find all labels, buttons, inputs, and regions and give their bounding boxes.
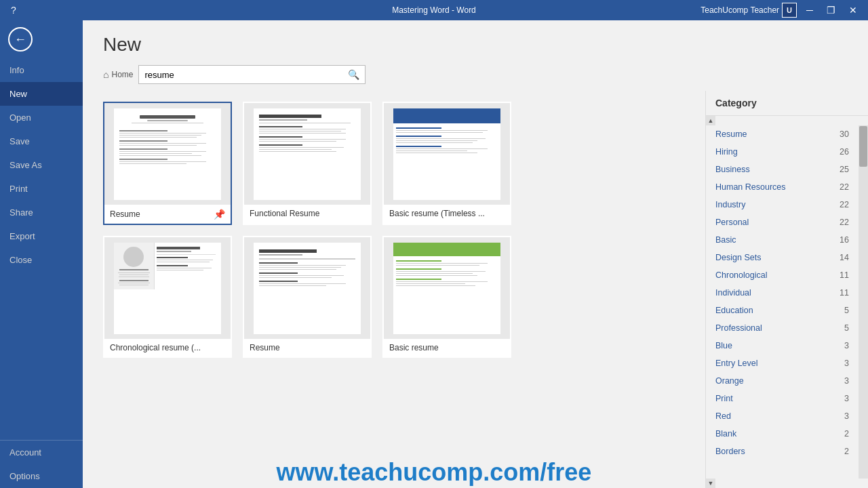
sidebar-nav: Info New Open Save Save As Print Share E… — [0, 58, 83, 488]
category-panel-inner: ▲ Resume30Hiring26Business25Human Resour… — [706, 116, 868, 488]
app-title: Mastering Word - Word — [392, 5, 476, 15]
template-label-1: Resume 📌 — [104, 205, 231, 224]
back-button[interactable]: ← — [0, 20, 83, 58]
window-controls: TeachUcomp Teacher U ─ ❐ ✕ — [701, 3, 861, 18]
template-label-4: Chronological resume (... — [104, 339, 231, 357]
minimize-button[interactable]: ─ — [802, 3, 817, 17]
title-bar-help[interactable]: ? — [7, 3, 20, 17]
templates-grid: Resume 📌 — [103, 102, 685, 358]
pin-icon-1: 📌 — [214, 209, 225, 220]
template-label-5: Resume — [244, 339, 370, 357]
sidebar-item-save-as[interactable]: Save As — [0, 153, 83, 177]
search-button[interactable]: 🔍 — [342, 66, 365, 83]
template-thumb-5 — [244, 237, 370, 339]
sidebar: ← Info New Open Save Save As Print S — [0, 20, 83, 488]
sidebar-item-close[interactable]: Close — [0, 248, 83, 272]
category-item[interactable]: Personal22 — [706, 214, 859, 231]
category-item[interactable]: Individual11 — [706, 284, 859, 302]
back-circle[interactable]: ← — [8, 27, 33, 52]
category-item[interactable]: Chronological11 — [706, 266, 859, 284]
home-link[interactable]: ⌂ Home — [103, 69, 133, 80]
templates-area: Resume 📌 — [83, 91, 868, 488]
template-label-6: Basic resume — [384, 339, 510, 357]
template-thumb-3 — [384, 103, 510, 205]
title-bar: ? Mastering Word - Word TeachUcomp Teach… — [0, 0, 868, 20]
template-label-2: Functional Resume — [244, 205, 370, 222]
content-header: New ⌂ Home 🔍 — [83, 20, 868, 91]
category-item[interactable]: Entry Level3 — [706, 354, 859, 372]
user-info: TeachUcomp Teacher U — [701, 3, 797, 18]
back-arrow-icon: ← — [14, 33, 26, 47]
sidebar-item-options[interactable]: Options — [0, 464, 83, 488]
template-label-3: Basic resume (Timeless ... — [384, 205, 510, 222]
sidebar-item-export[interactable]: Export — [0, 224, 83, 248]
template-thumb-6 — [384, 237, 510, 339]
category-item[interactable]: Business25 — [706, 161, 859, 178]
template-thumb-4 — [104, 237, 231, 339]
templates-grid-wrap: Resume 📌 — [83, 91, 705, 488]
user-avatar: U — [782, 3, 797, 18]
category-scroll-wrap: Resume30Hiring26Business25Human Resource… — [706, 125, 868, 479]
sidebar-item-share[interactable]: Share — [0, 201, 83, 224]
home-icon: ⌂ — [103, 69, 108, 80]
sidebar-item-print[interactable]: Print — [0, 177, 83, 201]
close-button[interactable]: ✕ — [845, 3, 861, 17]
page-title: New — [103, 34, 848, 56]
category-item[interactable]: Design Sets14 — [706, 249, 859, 266]
category-item[interactable]: Resume30 — [706, 125, 859, 143]
template-card-2[interactable]: Functional Resume — [243, 102, 372, 225]
main-content: New ⌂ Home 🔍 — [83, 20, 868, 488]
category-item[interactable]: Print3 — [706, 390, 859, 407]
template-card-1[interactable]: Resume 📌 — [103, 102, 232, 225]
category-header: Category — [706, 91, 868, 116]
app-body: ← Info New Open Save Save As Print S — [0, 20, 868, 488]
restore-button[interactable]: ❐ — [823, 3, 840, 17]
template-card-3[interactable]: Basic resume (Timeless ... — [382, 102, 511, 225]
category-panel: Category ▲ Resume30Hiring26Business25Hum… — [705, 91, 868, 488]
scroll-thumb[interactable] — [859, 126, 867, 167]
template-card-4[interactable]: Chronological resume (... — [103, 236, 232, 358]
scroll-down-arrow[interactable]: ▼ — [706, 479, 715, 488]
category-item[interactable]: Blank2 — [706, 425, 859, 443]
sidebar-item-account[interactable]: Account — [0, 441, 83, 464]
category-item[interactable]: Hiring26 — [706, 143, 859, 161]
scroll-track — [859, 125, 868, 479]
home-label: Home — [111, 70, 133, 79]
template-thumb-1 — [104, 103, 231, 205]
sidebar-item-save[interactable]: Save — [0, 129, 83, 153]
search-bar: ⌂ Home 🔍 — [103, 65, 848, 84]
template-card-6[interactable]: Basic resume — [382, 236, 511, 358]
category-item[interactable]: Education5 — [706, 302, 859, 319]
user-name: TeachUcomp Teacher — [701, 5, 779, 15]
category-item[interactable]: Human Resources22 — [706, 178, 859, 196]
category-item[interactable]: Basic16 — [706, 231, 859, 249]
category-item[interactable]: Orange3 — [706, 372, 859, 390]
category-item[interactable]: Red3 — [706, 407, 859, 425]
sidebar-item-info[interactable]: Info — [0, 58, 83, 82]
template-thumb-2 — [244, 103, 370, 205]
category-list: Resume30Hiring26Business25Human Resource… — [706, 125, 859, 479]
template-card-5[interactable]: Resume — [243, 236, 372, 358]
scroll-up-arrow[interactable]: ▲ — [706, 116, 715, 125]
category-item[interactable]: Professional5 — [706, 319, 859, 337]
search-input[interactable] — [139, 66, 342, 83]
category-item[interactable]: Blue3 — [706, 337, 859, 354]
category-item[interactable]: Industry22 — [706, 196, 859, 214]
search-input-wrap: 🔍 — [138, 65, 366, 84]
sidebar-item-open[interactable]: Open — [0, 106, 83, 129]
sidebar-item-new[interactable]: New — [0, 82, 83, 106]
category-item[interactable]: Borders2 — [706, 443, 859, 460]
